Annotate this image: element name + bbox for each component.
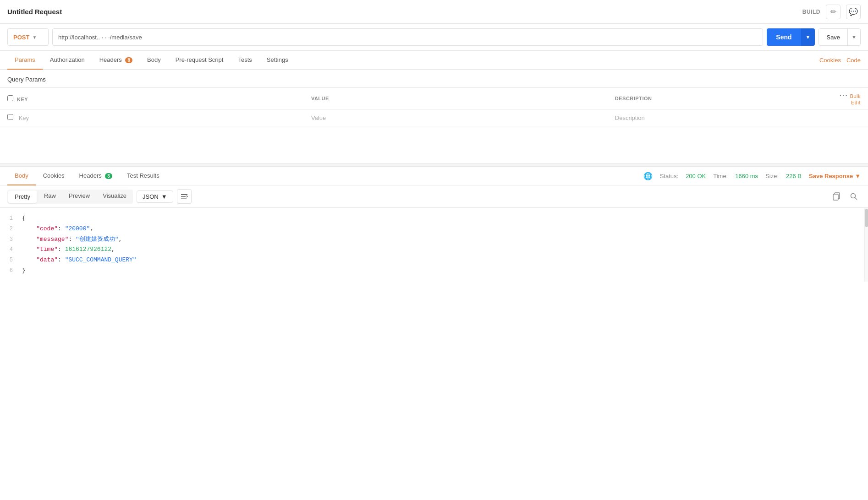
wrap-button[interactable] [177, 189, 192, 204]
line-num-6: 6 [0, 266, 22, 275]
response-tabs-bar: Body Cookies Headers 3 Test Results 🌐 St… [0, 167, 868, 185]
actions-cell [824, 109, 868, 126]
code-line-2: 2 "code": "20000", [0, 224, 868, 234]
edit-button[interactable]: ✏ [826, 5, 841, 19]
page-title: Untitled Request [7, 8, 62, 16]
url-bar: POST ▼ Send ▼ Save ▼ [0, 24, 868, 51]
code-line-6: 6 } [0, 266, 868, 276]
line-num-2: 2 [0, 225, 22, 234]
scrollbar-thumb [865, 209, 868, 227]
comment-button[interactable]: 💬 [846, 5, 861, 19]
status-label: Status: [660, 173, 678, 179]
save-dropdown-button[interactable]: ▼ [847, 28, 860, 46]
response-tab-headers[interactable]: Headers 3 [72, 167, 120, 185]
tab-headers[interactable]: Headers 8 [92, 51, 140, 70]
format-type-label: JSON [143, 193, 159, 200]
svg-rect-2 [181, 198, 187, 199]
format-tab-preview[interactable]: Preview [62, 190, 96, 204]
scrollbar-track[interactable] [864, 208, 868, 282]
code-line-1: 1 { [0, 213, 868, 224]
value-placeholder: Value [311, 114, 326, 121]
line-content-2: "code": "20000", [22, 224, 868, 234]
svg-line-6 [855, 198, 857, 200]
svg-rect-4 [833, 194, 838, 200]
tabs-right-group: Cookies Code [819, 57, 861, 64]
col-actions-header: ··· Bulk Edit [824, 88, 868, 109]
line-num-3: 3 [0, 235, 22, 244]
format-type-select[interactable]: JSON ▼ [137, 190, 173, 203]
tab-authorization[interactable]: Authorization [43, 51, 92, 70]
format-type-arrow-icon: ▼ [161, 193, 167, 200]
save-main-button[interactable]: Save [819, 28, 847, 46]
format-tabs-group: Pretty Raw Preview Visualize [7, 190, 133, 204]
row-checkbox[interactable] [7, 114, 13, 120]
headers-badge: 8 [125, 57, 132, 63]
desc-placeholder: Description [615, 114, 645, 121]
send-dropdown-button[interactable]: ▼ [801, 28, 815, 46]
method-label: POST [13, 34, 29, 41]
format-right-actions [830, 190, 861, 203]
save-response-button[interactable]: Save Response ▼ [809, 173, 861, 179]
line-num-1: 1 [0, 214, 22, 223]
wrap-icon [181, 193, 188, 200]
more-dots-icon[interactable]: ··· [840, 92, 848, 99]
format-tab-visualize[interactable]: Visualize [96, 190, 133, 204]
method-select[interactable]: POST ▼ [7, 28, 49, 46]
size-value: 226 B [786, 173, 802, 179]
response-tab-test-results[interactable]: Test Results [120, 167, 167, 185]
format-bar: Pretty Raw Preview Visualize JSON ▼ [0, 185, 868, 208]
save-button-group: Save ▼ [819, 28, 861, 46]
format-tab-pretty[interactable]: Pretty [8, 190, 37, 203]
code-line-5: 5 "data": "SUCC_COMMAND_QUERY" [0, 255, 868, 266]
table-row: Key Value Description [0, 109, 868, 126]
size-label: Size: [765, 173, 779, 179]
col-desc-header: DESCRIPTION [608, 88, 825, 109]
query-params-section: Query Params KEY VALUE DESCRIPTION ··· B… [0, 70, 868, 126]
url-input[interactable] [52, 28, 763, 46]
cookies-link[interactable]: Cookies [819, 57, 841, 64]
save-response-label: Save Response [809, 173, 853, 179]
tab-tests[interactable]: Tests [231, 51, 259, 70]
tab-prerequest[interactable]: Pre-request Script [168, 51, 231, 70]
response-tab-body[interactable]: Body [7, 167, 36, 185]
time-label: Time: [713, 173, 728, 179]
query-params-title: Query Params [0, 70, 868, 87]
line-content-3: "message": "创建媒资成功", [22, 235, 868, 245]
code-area: 1 { 2 "code": "20000", 3 "message": "创建媒… [0, 208, 868, 282]
line-num-4: 4 [0, 245, 22, 254]
search-button[interactable] [847, 190, 861, 203]
tab-params[interactable]: Params [7, 51, 43, 70]
code-line-4: 4 "time": 1616127926122, [0, 245, 868, 255]
tab-body[interactable]: Body [140, 51, 168, 70]
request-tabs-bar: Params Authorization Headers 8 Body Pre-… [0, 51, 868, 70]
params-table: KEY VALUE DESCRIPTION ··· Bulk Edit Key … [0, 87, 868, 126]
line-content-1: { [22, 214, 868, 223]
copy-icon [832, 192, 841, 201]
section-divider [0, 163, 868, 167]
col-value-header: VALUE [304, 88, 608, 109]
key-placeholder: Key [19, 114, 29, 121]
value-cell: Value [304, 109, 608, 126]
line-num-5: 5 [0, 256, 22, 265]
svg-rect-1 [181, 196, 186, 197]
header: Untitled Request BUILD ✏ 💬 [0, 0, 868, 24]
response-tab-cookies[interactable]: Cookies [36, 167, 72, 185]
copy-button[interactable] [830, 190, 843, 203]
code-link[interactable]: Code [846, 57, 861, 64]
svg-point-5 [851, 194, 856, 198]
send-button-group: Send ▼ [767, 28, 815, 46]
line-content-4: "time": 1616127926122, [22, 245, 868, 255]
svg-rect-0 [181, 194, 187, 195]
code-line-3: 3 "message": "创建媒资成功", [0, 234, 868, 245]
response-status-bar: 🌐 Status: 200 OK Time: 1660 ms Size: 226… [643, 172, 861, 180]
line-content-5: "data": "SUCC_COMMAND_QUERY" [22, 255, 868, 265]
method-arrow-icon: ▼ [32, 35, 37, 40]
col-key-header: KEY [0, 88, 304, 109]
select-all-checkbox[interactable] [7, 95, 13, 101]
status-value: 200 OK [686, 173, 706, 179]
tab-settings[interactable]: Settings [259, 51, 296, 70]
bulk-edit-button[interactable]: Bulk Edit [850, 93, 861, 105]
format-tab-raw[interactable]: Raw [38, 190, 62, 204]
send-main-button[interactable]: Send [767, 28, 801, 46]
header-actions: BUILD ✏ 💬 [802, 5, 861, 19]
